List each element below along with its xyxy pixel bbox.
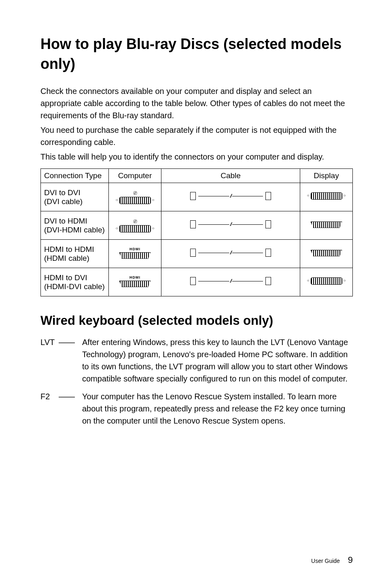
- hdmi-port-icon: [311, 222, 342, 228]
- heading-keyboard: Wired keyboard (selected models only): [40, 313, 353, 328]
- cable-dvi-dvi-icon: //: [190, 190, 271, 202]
- intro-paragraph-2: You need to purchase the cable separatel…: [40, 124, 353, 148]
- table-row: DVI to DVI (DVI cable) ⎚ //: [41, 183, 353, 211]
- col-connection-type: Connection Type: [41, 169, 109, 183]
- table-header-row: Connection Type Computer Cable Display: [41, 169, 353, 183]
- cell-display-icon: [300, 211, 353, 240]
- cell-computer-icon: HDMI: [109, 240, 161, 268]
- dvi-symbol-icon: ⎚: [134, 218, 137, 224]
- definition-dash: ——: [59, 336, 82, 348]
- cell-display-icon: [300, 268, 353, 296]
- cell-type: HDMI to HDMI (HDMI cable): [41, 240, 109, 268]
- cell-type: HDMI to DVI (HDMI-DVI cable): [41, 268, 109, 296]
- cell-cable-icon: //: [161, 268, 300, 296]
- cell-cable-icon: //: [161, 211, 300, 240]
- hdmi-port-icon: [311, 250, 342, 256]
- dvi-symbol-icon: ⎚: [134, 190, 137, 196]
- cable-dvi-hdmi-icon: //: [190, 218, 271, 231]
- definition-row: LVT —— After entering Windows, press thi…: [40, 336, 353, 385]
- definition-key-lvt: LVT: [40, 336, 59, 348]
- cell-type: DVI to DVI (DVI cable): [41, 183, 109, 211]
- cell-display-icon: [300, 183, 353, 211]
- definition-list: LVT —— After entering Windows, press thi…: [40, 336, 353, 427]
- definition-text: Your computer has the Lenovo Rescue Syst…: [82, 390, 353, 427]
- cable-hdmi-dvi-icon: //: [190, 275, 271, 288]
- definition-dash: ——: [59, 390, 82, 403]
- definition-row: F2 —— Your computer has the Lenovo Rescu…: [40, 390, 353, 427]
- cell-computer-icon: ⎚: [109, 183, 161, 211]
- heading-bluray: How to play Blu-ray Discs (selected mode…: [40, 34, 353, 74]
- definition-key-f2: F2: [40, 390, 59, 403]
- table-row: HDMI to HDMI (HDMI cable) HDMI //: [41, 240, 353, 268]
- intro-paragraph-3: This table will help you to identify the…: [40, 151, 353, 163]
- dvi-port-icon: [119, 225, 151, 232]
- footer-page-number: 9: [348, 555, 353, 565]
- page-footer: User Guide 9: [311, 555, 353, 565]
- col-display: Display: [300, 169, 353, 183]
- cable-hdmi-hdmi-icon: //: [190, 246, 271, 259]
- cell-display-icon: [300, 240, 353, 268]
- hdmi-port-icon: [119, 281, 151, 287]
- cell-cable-icon: //: [161, 183, 300, 211]
- hdmi-label: HDMI: [112, 275, 158, 279]
- hdmi-port-icon: [119, 252, 151, 259]
- col-computer: Computer: [109, 169, 161, 183]
- col-cable: Cable: [161, 169, 300, 183]
- dvi-port-icon: [311, 192, 342, 200]
- table-row: DVI to HDMI (DVI-HDMI cable) ⎚ //: [41, 211, 353, 240]
- cell-computer-icon: ⎚: [109, 211, 161, 240]
- cell-type: DVI to HDMI (DVI-HDMI cable): [41, 211, 109, 240]
- dvi-port-icon: [311, 277, 342, 285]
- dvi-port-icon: [119, 197, 151, 204]
- hdmi-label: HDMI: [112, 247, 158, 251]
- intro-paragraph-1: Check the connectors available on your c…: [40, 85, 353, 121]
- definition-text: After entering Windows, press this key t…: [82, 336, 353, 385]
- connector-table: Connection Type Computer Cable Display D…: [40, 168, 353, 296]
- cell-computer-icon: HDMI: [109, 268, 161, 296]
- cell-cable-icon: //: [161, 240, 300, 268]
- table-row: HDMI to DVI (HDMI-DVI cable) HDMI //: [41, 268, 353, 296]
- footer-label: User Guide: [311, 558, 340, 564]
